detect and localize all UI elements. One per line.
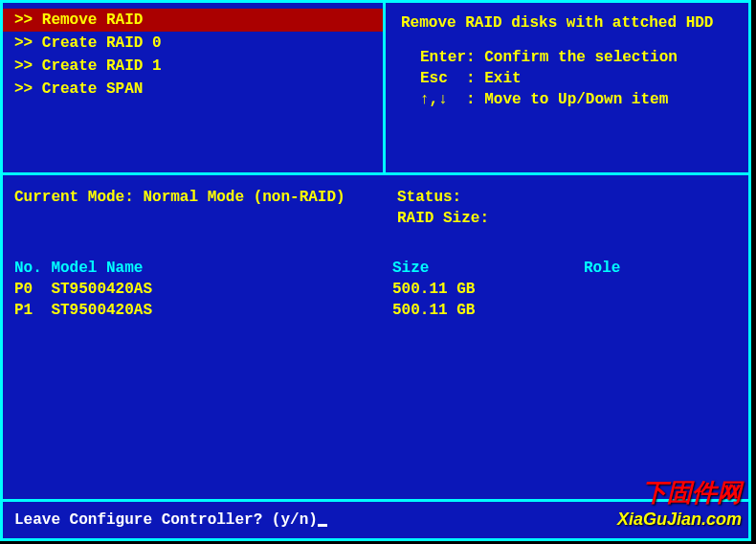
bios-raid-config-screen: >> Remove RAID >> Create RAID 0 >> Creat…: [0, 0, 751, 541]
mode-value: Normal Mode (non-RAID): [143, 189, 345, 206]
disk-size: 500.11 GB: [392, 281, 584, 298]
menu-item-create-raid-0[interactable]: >> Create RAID 0: [3, 32, 383, 55]
menu-item-create-raid-1[interactable]: >> Create RAID 1: [3, 55, 383, 78]
status-label: Status:: [397, 189, 737, 206]
header-role: Role: [584, 260, 737, 277]
watermark: 下固件网 XiaGuJian.com: [617, 476, 742, 530]
disk-model: ST9500420AS: [51, 281, 152, 298]
menu-panel: >> Remove RAID >> Create RAID 0 >> Creat…: [3, 3, 386, 172]
table-row: P1 ST9500420AS 500.11 GB: [14, 302, 737, 319]
cursor-icon: [318, 524, 327, 527]
disk-size: 500.11 GB: [392, 302, 584, 319]
help-enter-key: Enter: Confirm the selection: [401, 49, 733, 66]
disk-model: ST9500420AS: [51, 302, 152, 319]
disk-no-model: P1 ST9500420AS: [14, 302, 392, 319]
watermark-text-1: 下固件网: [617, 476, 742, 510]
help-esc-key: Esc : Exit: [401, 70, 733, 87]
current-mode: Current Mode: Normal Mode (non-RAID): [14, 189, 397, 231]
help-description: Remove RAID disks with attched HDD: [401, 14, 733, 32]
menu-item-remove-raid[interactable]: >> Remove RAID: [3, 9, 383, 32]
top-section: >> Remove RAID >> Create RAID 0 >> Creat…: [3, 3, 748, 175]
mode-label: Current Mode:: [14, 189, 134, 206]
help-panel: Remove RAID disks with attched HDD Enter…: [386, 3, 748, 172]
header-no-model: No. Model Name: [14, 260, 392, 277]
raid-size-label: RAID Size:: [397, 210, 737, 227]
disk-role: [584, 302, 737, 319]
table-row: P0 ST9500420AS 500.11 GB: [14, 281, 737, 298]
disk-table-header: No. Model Name Size Role: [14, 260, 737, 277]
status-block: Status: RAID Size:: [397, 189, 737, 231]
menu-item-create-span[interactable]: >> Create SPAN: [3, 78, 383, 101]
disk-role: [584, 281, 737, 298]
prompt-text: Leave Configure Controller? (y/n): [14, 511, 318, 529]
header-size: Size: [392, 260, 584, 277]
disk-no: P0: [14, 281, 33, 298]
mode-status-row: Current Mode: Normal Mode (non-RAID) Sta…: [14, 189, 737, 231]
disk-no-model: P0 ST9500420AS: [14, 281, 392, 298]
disk-info-section: Current Mode: Normal Mode (non-RAID) Sta…: [3, 175, 748, 502]
help-arrow-keys: ↑,↓ : Move to Up/Down item: [401, 91, 733, 108]
watermark-text-2: XiaGuJian.com: [617, 510, 742, 530]
disk-no: P1: [14, 302, 33, 319]
